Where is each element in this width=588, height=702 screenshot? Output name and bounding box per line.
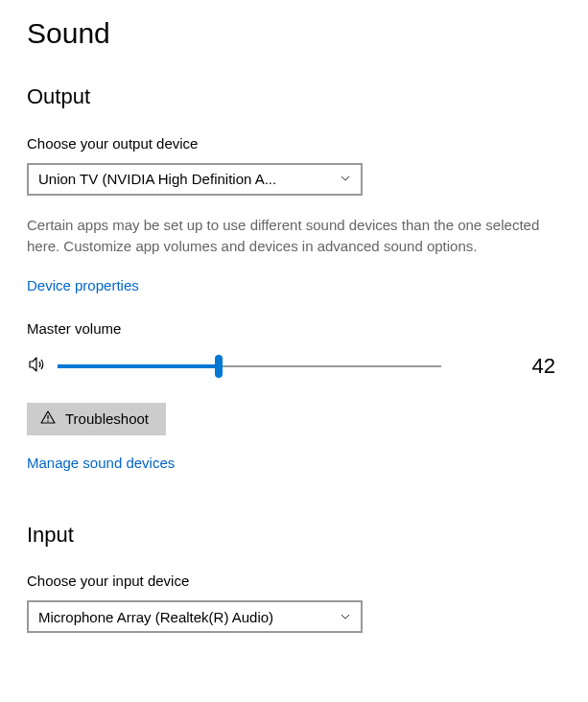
output-device-label: Choose your output device	[27, 133, 561, 153]
input-section-title: Input	[27, 521, 561, 550]
master-volume-label: Master volume	[27, 318, 561, 339]
speaker-icon[interactable]	[27, 355, 46, 379]
master-volume-value: 42	[523, 352, 561, 382]
troubleshoot-button[interactable]: Troubleshoot	[27, 403, 166, 435]
chevron-down-icon	[340, 169, 351, 189]
warning-icon	[40, 410, 56, 428]
input-device-label: Choose your input device	[27, 571, 561, 591]
master-volume-slider[interactable]	[58, 355, 441, 378]
svg-point-1	[47, 420, 49, 422]
input-device-dropdown[interactable]: Microphone Array (Realtek(R) Audio)	[27, 600, 363, 633]
output-section-title: Output	[27, 82, 561, 112]
output-device-dropdown[interactable]: Union TV (NVIDIA High Definition A...	[27, 163, 363, 196]
device-properties-link[interactable]: Device properties	[27, 275, 139, 295]
manage-sound-devices-link[interactable]: Manage sound devices	[27, 453, 175, 473]
chevron-down-icon	[340, 607, 351, 627]
page-title: Sound	[27, 13, 561, 54]
input-device-selected: Microphone Array (Realtek(R) Audio)	[38, 607, 340, 627]
troubleshoot-label: Troubleshoot	[65, 410, 149, 427]
output-description: Certain apps may be set up to use differ…	[27, 215, 561, 258]
output-device-selected: Union TV (NVIDIA High Definition A...	[38, 169, 340, 189]
